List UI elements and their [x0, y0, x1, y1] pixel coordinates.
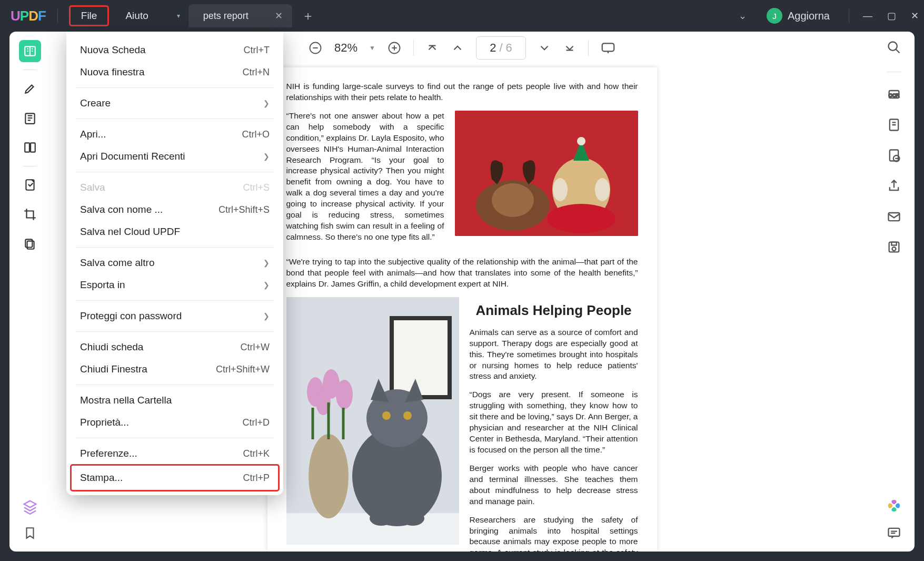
paragraph: “Dogs are very present. If someone is st…: [470, 389, 638, 456]
menu-help[interactable]: Aiuto: [114, 6, 160, 26]
menu-item-shortcut: Ctrl+S: [243, 182, 270, 193]
chevron-right-icon: ❯: [263, 281, 270, 289]
edit-text-icon[interactable]: [887, 117, 901, 134]
comment-icon[interactable]: [19, 107, 41, 129]
search-icon[interactable]: [887, 40, 901, 57]
menu-item-label: Creare: [80, 97, 111, 109]
menu-item[interactable]: Proteggi con password❯: [66, 305, 283, 327]
organize-icon[interactable]: [19, 174, 41, 196]
page-number-input[interactable]: 2 / 6: [476, 36, 526, 60]
chevron-right-icon: ❯: [263, 99, 270, 107]
mail-icon[interactable]: [887, 209, 901, 226]
left-rail: [9, 32, 51, 552]
first-page-icon[interactable]: [425, 41, 439, 55]
window-controls: — ▢ ✕: [863, 10, 919, 22]
menu-item-shortcut: Ctrl+T: [244, 45, 270, 56]
menu-item[interactable]: Salva con nome ...Ctrl+Shift+S: [66, 199, 283, 221]
svg-point-15: [553, 178, 568, 201]
menu-item[interactable]: Salva nel Cloud UPDF: [66, 221, 283, 243]
divider: [57, 9, 58, 23]
menu-separator: [76, 247, 274, 248]
menu-item-label: Salva: [80, 182, 105, 193]
menu-item[interactable]: Nuova finestraCtrl+N: [66, 61, 283, 83]
close-icon[interactable]: ✕: [275, 10, 283, 22]
close-window-icon[interactable]: ✕: [911, 10, 919, 22]
new-tab-icon[interactable]: ＋: [302, 7, 314, 24]
menu-item-shortcut: Ctrl+O: [242, 129, 270, 140]
batch-icon[interactable]: [19, 233, 41, 255]
tab-pets-report[interactable]: pets report ✕: [188, 4, 292, 27]
svg-point-16: [595, 178, 610, 201]
minimize-icon[interactable]: —: [863, 11, 872, 22]
prev-page-icon[interactable]: [451, 41, 464, 55]
save-icon[interactable]: [887, 240, 901, 257]
menu-item-label: Apri Documenti Recenti: [80, 151, 185, 162]
right-rail: OCR: [873, 32, 915, 552]
menu-item[interactable]: Mostra nella Cartella: [66, 389, 283, 411]
menu-item: SalvaCtrl+S: [66, 176, 283, 199]
menu-item[interactable]: Salva come altro❯: [66, 252, 283, 274]
crop-icon[interactable]: [19, 203, 41, 225]
compare-icon[interactable]: [19, 136, 41, 159]
menu-item[interactable]: Apri Documenti Recenti❯: [66, 145, 283, 168]
menu-item-label: Apri...: [80, 129, 106, 140]
paragraph: NIH is funding large-scale surveys to fi…: [286, 81, 638, 103]
menu-item-label: Nuova finestra: [80, 66, 145, 78]
paragraph: “There's not one answer about how a pet …: [286, 111, 444, 243]
bookmark-icon[interactable]: [23, 526, 37, 542]
tab-overflow-icon[interactable]: ⌄: [739, 10, 747, 22]
zoom-dropdown-icon[interactable]: ▼: [369, 44, 375, 52]
reader-mode-icon[interactable]: [19, 40, 41, 62]
menu-item-label: Salva con nome ...: [80, 204, 163, 215]
paragraph: Animals can serve as a source of comfort…: [470, 327, 638, 382]
present-icon[interactable]: [600, 40, 616, 56]
menu-item-label: Esporta in: [80, 279, 125, 291]
layers-icon[interactable]: [22, 499, 38, 517]
section-heading: Animals Helping People: [470, 301, 638, 320]
menu-item-label: Proteggi con password: [80, 310, 182, 322]
tab-dropdown-icon[interactable]: ▾: [171, 6, 186, 25]
last-page-icon[interactable]: [563, 41, 577, 55]
tab-title: pets report: [203, 11, 249, 22]
menu-separator: [76, 385, 274, 385]
menu-item[interactable]: Apri...Ctrl+O: [66, 123, 283, 145]
menu-item-label: Salva nel Cloud UPDF: [80, 226, 180, 238]
menu-item[interactable]: Stampa...Ctrl+P: [71, 465, 279, 491]
redact-icon[interactable]: [887, 148, 901, 165]
menu-separator: [76, 87, 274, 88]
menu-item-shortcut: Ctrl+Shift+W: [216, 364, 270, 375]
svg-rect-40: [891, 242, 896, 245]
menu-item[interactable]: Proprietà...Ctrl+D: [66, 411, 283, 434]
menu-separator: [76, 300, 274, 301]
maximize-icon[interactable]: ▢: [887, 10, 896, 22]
menu-item[interactable]: Chiudi FinestraCtrl+Shift+W: [66, 358, 283, 380]
chat-icon[interactable]: [887, 525, 901, 542]
zoom-in-icon[interactable]: [387, 41, 402, 55]
upgrade-button[interactable]: Aggiorna: [788, 10, 830, 22]
menu-item[interactable]: Preferenze...Ctrl+K: [66, 442, 283, 465]
menu-item[interactable]: Esporta in❯: [66, 274, 283, 296]
menu-item-label: Salva come altro: [80, 257, 155, 269]
ai-flower-icon[interactable]: [886, 498, 902, 514]
menu-item-label: Proprietà...: [80, 417, 129, 428]
avatar[interactable]: J: [767, 8, 782, 24]
menu-separator: [76, 119, 274, 119]
menu-file[interactable]: File: [69, 6, 109, 26]
zoom-out-icon[interactable]: [308, 41, 323, 55]
next-page-icon[interactable]: [538, 41, 551, 55]
ocr-icon[interactable]: OCR: [887, 87, 901, 104]
highlighter-icon[interactable]: [19, 77, 41, 100]
paragraph: “We're trying to tap into the subjective…: [286, 257, 638, 290]
menu-item-label: Preferenze...: [80, 448, 137, 459]
menu-item-shortcut: Ctrl+D: [242, 417, 270, 428]
share-icon[interactable]: [887, 179, 901, 195]
file-menu-dropdown: Nuova SchedaCtrl+TNuova finestraCtrl+NCr…: [66, 32, 283, 495]
svg-point-31: [401, 511, 424, 526]
titlebar: UPDF File Aiuto ▾ pets report ✕ ＋ ⌄ J Ag…: [0, 0, 924, 32]
menu-item[interactable]: Nuova SchedaCtrl+T: [66, 39, 283, 61]
svg-point-29: [403, 411, 412, 420]
svg-point-41: [892, 247, 896, 251]
menu-item[interactable]: Chiudi schedaCtrl+W: [66, 336, 283, 358]
menu-item[interactable]: Creare❯: [66, 92, 283, 114]
svg-text:OCR: OCR: [889, 93, 900, 98]
